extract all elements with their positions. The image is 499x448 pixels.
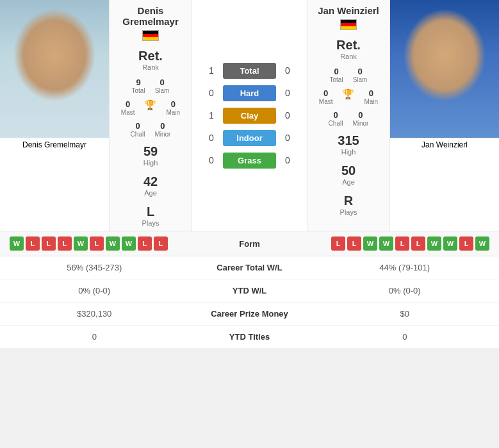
prize-right: $0: [320, 309, 490, 319]
left-form-badge: W: [122, 236, 136, 251]
left-high-stat: 59 High: [110, 140, 192, 170]
right-form-badge: W: [363, 236, 377, 251]
right-slam-value: 0: [353, 67, 368, 76]
right-rank-label: Rank: [307, 53, 389, 60]
left-minor-label: Minor: [154, 131, 170, 138]
left-photo-image: [0, 0, 109, 138]
left-sub-row-3: 0 Chall 0 Minor: [131, 119, 171, 140]
ytd-wl-label: YTD W/L: [179, 286, 320, 295]
left-trophy-icon-cell: 🏆: [144, 99, 156, 116]
left-age-stat: 42 Age: [110, 170, 192, 201]
left-flag-icon: [142, 30, 159, 41]
right-high-label: High: [307, 148, 389, 156]
right-player-name: Jan Weinzierl: [318, 5, 379, 16]
right-age-stat: 50 Age: [307, 160, 389, 190]
right-total-label: Total: [330, 76, 343, 83]
titles-right: 0: [320, 332, 490, 342]
clay-right-score: 0: [281, 110, 294, 120]
right-flag-icon: [340, 19, 357, 30]
career-wl-right: 44% (79-101): [320, 263, 490, 272]
prize-left: $320,130: [10, 309, 179, 319]
left-sub-row-1: 9 Total 0 Slam: [132, 75, 170, 97]
left-player-photo-block: Denis Gremelmayr: [0, 0, 109, 231]
grass-button[interactable]: Grass: [223, 153, 276, 169]
left-form-badges: WLLLWLWWLL: [10, 236, 211, 251]
right-player-photo-name: Jan Weinzierl: [390, 138, 499, 152]
prize-label: Career Prize Money: [179, 309, 320, 319]
left-slam-value: 0: [155, 78, 170, 87]
right-sub-row-2: 0 Mast 🏆 0 Main: [319, 86, 378, 108]
left-total-stat: 9 Total: [132, 78, 145, 94]
form-label: Form: [211, 239, 288, 249]
right-sub-row-3: 0 Chall 0 Minor: [329, 108, 369, 129]
left-high-value: 59: [110, 144, 192, 159]
indoor-right-score: 0: [281, 133, 294, 143]
left-mast-value: 0: [121, 99, 135, 109]
right-mast-value: 0: [319, 88, 333, 98]
total-button[interactable]: Total: [223, 63, 276, 79]
right-form-badge: W: [443, 236, 457, 251]
right-form-badge: L: [411, 236, 425, 251]
indoor-button[interactable]: Indoor: [223, 130, 276, 146]
hard-button[interactable]: Hard: [223, 85, 276, 101]
left-age-value: 42: [110, 174, 192, 189]
left-player-name-line1: Denis: [122, 5, 179, 16]
left-form-badge: L: [138, 236, 152, 251]
left-plays-stat: L Plays: [110, 201, 192, 231]
right-minor-label: Minor: [352, 120, 368, 127]
clay-button[interactable]: Clay: [223, 108, 276, 124]
right-form-badge: L: [347, 236, 361, 251]
ytd-wl-left: 0% (0-0): [10, 286, 179, 295]
right-slam-label: Slam: [353, 76, 368, 83]
right-stats-panel: Jan Weinzierl Ret. Rank 0 Total 0 Slam: [307, 0, 390, 231]
right-form-badge: L: [395, 236, 409, 251]
clay-left-score: 1: [205, 110, 218, 120]
right-player-photo-block: Jan Weinzierl: [390, 0, 499, 231]
right-age-label: Age: [307, 178, 389, 186]
bottom-stats: 56% (345-273) Career Total W/L 44% (79-1…: [0, 256, 499, 349]
titles-row: 0 YTD Titles 0: [0, 326, 499, 349]
right-player-photo: [390, 0, 499, 138]
right-chall-stat: 0 Chall: [329, 110, 343, 127]
left-player-photo-name: Denis Gremelmayr: [0, 138, 109, 152]
left-player-name-block: Denis Gremelmayr: [119, 0, 182, 28]
left-main-label: Main: [166, 109, 180, 116]
career-wl-label: Career Total W/L: [179, 263, 320, 272]
right-form-badge: L: [331, 236, 345, 251]
left-chall-value: 0: [131, 121, 145, 131]
right-plays-label: Plays: [307, 208, 389, 216]
left-chall-label: Chall: [131, 131, 145, 138]
grass-right-score: 0: [281, 155, 294, 165]
left-player-name-line2: Gremelmayr: [122, 16, 179, 27]
court-clay-row: 1 Clay 0: [205, 108, 294, 124]
right-form-badge: W: [475, 236, 489, 251]
player-comparison: Denis Gremelmayr Denis Gremelmayr Ret. R…: [0, 0, 499, 231]
left-sub-row-2: 0 Mast 🏆 0 Main: [121, 97, 180, 119]
prize-row: $320,130 Career Prize Money $0: [0, 303, 499, 326]
grass-left-score: 0: [205, 155, 218, 165]
left-trophy-icon: 🏆: [144, 99, 156, 110]
left-slam-label: Slam: [155, 87, 170, 94]
left-form-badge: W: [106, 236, 120, 251]
left-form-badge: L: [26, 236, 40, 251]
right-form-badge: W: [379, 236, 393, 251]
right-minor-value: 0: [352, 110, 368, 120]
left-form-badge: L: [154, 236, 168, 251]
right-slam-stat: 0 Slam: [353, 67, 368, 83]
right-form-badge: L: [459, 236, 473, 251]
right-chall-value: 0: [329, 110, 343, 120]
right-main-label: Main: [364, 98, 378, 105]
left-total-label: Total: [132, 87, 145, 94]
titles-label: YTD Titles: [179, 332, 320, 342]
left-form-badge: L: [58, 236, 72, 251]
right-age-value: 50: [307, 163, 389, 178]
right-player-name-block: Jan Weinzierl: [315, 0, 382, 17]
right-high-stat: 315 High: [307, 129, 389, 160]
left-form-badge: L: [90, 236, 104, 251]
right-mast-label: Mast: [319, 98, 333, 105]
left-rank-stat: Ret. Rank: [110, 45, 192, 75]
career-wl-row: 56% (345-273) Career Total W/L 44% (79-1…: [0, 256, 499, 279]
main-container: Denis Gremelmayr Denis Gremelmayr Ret. R…: [0, 0, 499, 349]
court-grass-row: 0 Grass 0: [205, 153, 294, 169]
left-form-badge: W: [74, 236, 88, 251]
